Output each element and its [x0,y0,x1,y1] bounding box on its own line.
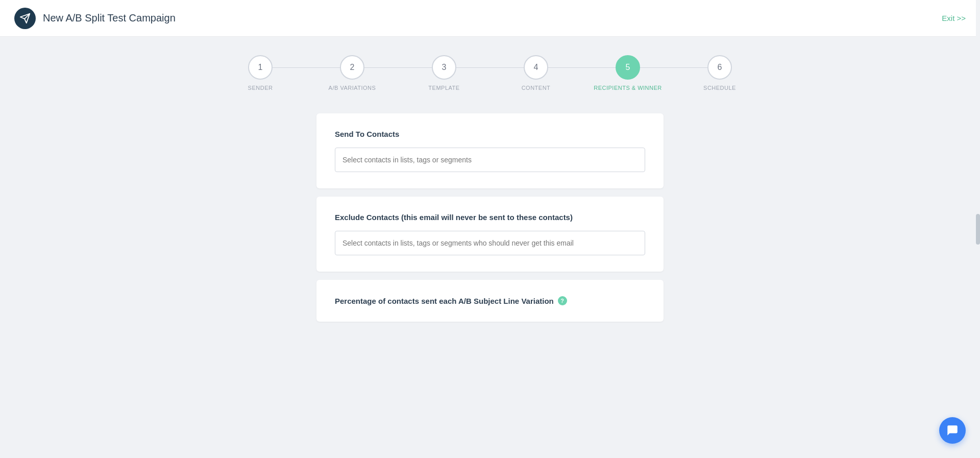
step-2-circle: 2 [340,55,364,80]
step-4[interactable]: 4 CONTENT [490,55,582,91]
step-2-label: A/B VARIATIONS [329,85,376,91]
exclude-contacts-input[interactable] [335,231,645,255]
scrollbar[interactable] [976,0,980,458]
step-3-circle: 3 [432,55,456,80]
step-6-label: SCHEDULE [703,85,736,91]
step-6[interactable]: 6 SCHEDULE [674,55,766,91]
step-5[interactable]: 5 RECIPIENTS & WINNER [582,55,674,91]
step-6-circle: 6 [707,55,732,80]
header-left: New A/B Split Test Campaign [14,8,176,29]
exclude-contacts-label: Exclude Contacts (this email will never … [335,213,645,222]
steps: 1 SENDER 2 A/B VARIATIONS 3 TEMPLATE 4 C… [184,55,796,91]
step-5-circle: 5 [616,55,640,80]
send-to-contacts-card: Send To Contacts [316,113,664,188]
page-title: New A/B Split Test Campaign [43,12,176,24]
step-3[interactable]: 3 TEMPLATE [398,55,490,91]
percentage-section-card: Percentage of contacts sent each A/B Sub… [316,280,664,322]
percentage-section-label: Percentage of contacts sent each A/B Sub… [335,296,645,305]
chat-button[interactable] [939,417,966,444]
help-icon[interactable]: ? [558,296,567,305]
exit-link[interactable]: Exit >> [942,14,966,22]
paper-plane-icon [19,13,31,24]
exclude-contacts-card: Exclude Contacts (this email will never … [316,197,664,272]
step-2[interactable]: 2 A/B VARIATIONS [306,55,398,91]
chat-icon [946,424,959,437]
send-to-contacts-label: Send To Contacts [335,130,645,138]
header: New A/B Split Test Campaign Exit >> [0,0,980,37]
scrollbar-thumb[interactable] [976,214,980,245]
main-content: Send To Contacts Exclude Contacts (this … [0,103,980,332]
campaign-icon [14,8,36,29]
send-to-contacts-input[interactable] [335,148,645,172]
step-4-circle: 4 [524,55,548,80]
step-1-label: SENDER [248,85,273,91]
step-1[interactable]: 1 SENDER [214,55,306,91]
step-3-label: TEMPLATE [428,85,459,91]
step-4-label: CONTENT [522,85,551,91]
step-5-label: RECIPIENTS & WINNER [594,85,662,91]
steps-container: 1 SENDER 2 A/B VARIATIONS 3 TEMPLATE 4 C… [0,37,980,103]
step-1-circle: 1 [248,55,273,80]
